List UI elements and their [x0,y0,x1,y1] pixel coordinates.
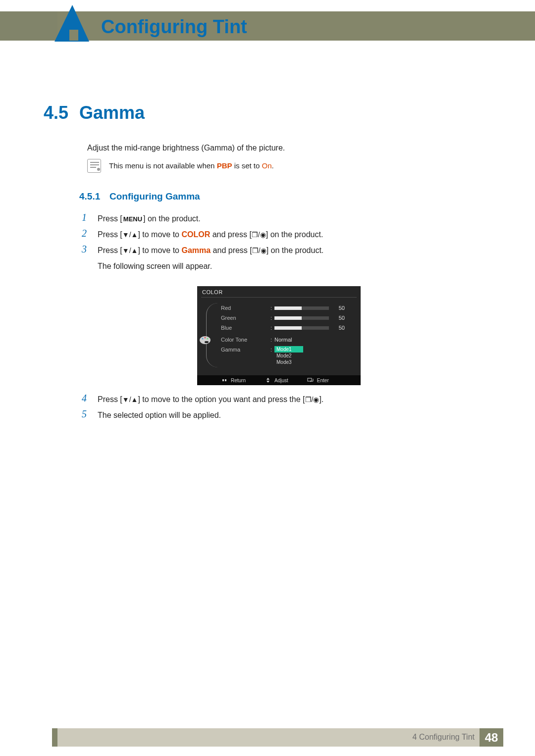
note-icon [87,159,101,173]
osd-row-colortone: Color Tone : Normal [221,336,357,344]
osd-rule [201,297,357,298]
step-3-followup: The following screen will appear. [98,261,212,272]
arrows-icon: ▼/▲ [122,231,138,239]
palette-icon [199,335,212,345]
osd-bar-green [274,316,329,320]
step-1-text: Press [MENU] on the product. [98,213,201,225]
osd-screenshot: COLOR Red : 50 Green : 50 Blue : 50 Colo… [197,286,361,385]
osd-colon: : [270,337,274,343]
keyword-gamma: Gamma [181,246,211,254]
step-4-c: ]. [319,395,323,403]
osd-value-colortone: Normal [274,337,292,343]
osd-value-blue: 50 [329,325,346,331]
footer-accent [52,728,57,747]
osd-bar-red-fill [274,306,302,310]
osd-mode2: Mode2 [274,353,303,359]
osd-foot-enter: Enter [307,378,329,383]
adjust-icon [265,378,271,383]
step-1-b: ] on the product. [143,214,201,223]
svg-point-3 [207,338,208,339]
osd-colon: : [270,315,274,321]
osd-bar-blue-fill [274,326,302,330]
osd-foot-return-label: Return [231,378,246,383]
svg-rect-6 [225,379,226,381]
note-on: On [262,161,272,170]
osd-label-green: Green [221,315,270,321]
step-3-d: ] on the product. [267,246,324,254]
page-title: Configuring Tint [101,16,247,38]
svg-marker-10 [310,381,311,382]
step-5-number: 5 [82,408,87,420]
osd-row-red: Red : 50 [221,304,357,312]
osd-label-blue: Blue [221,325,270,331]
osd-value-green: 50 [329,315,346,321]
osd-title: COLOR [202,289,223,295]
svg-point-1 [202,338,203,339]
subsection-number: 4.5.1 [79,191,100,202]
header-left-block [0,11,57,41]
svg-rect-4 [205,341,209,343]
enter-icon: ❐/◉ [252,247,267,254]
osd-mode1-selected: Mode1 [274,346,303,353]
note-mid: is set to [232,161,262,170]
note-post: . [272,161,274,170]
step-4-b: ] to move to the option you want and pre… [138,395,305,403]
note-pbp: PBP [217,161,232,170]
step-4-text: Press [▼/▲] to move to the option you wa… [98,394,323,405]
step-3-text: Press [▼/▲] to move to Gamma and press [… [98,245,323,256]
osd-foot-adjust-label: Adjust [274,378,288,383]
osd-foot-return: Return [221,378,246,383]
header-band: Configuring Tint [0,0,535,41]
step-5-text: The selected option will be applied. [98,410,221,421]
arrows-icon: ▼/▲ [122,396,138,403]
step-3-c: and press [ [211,246,252,254]
step-2-d: ] on the product. [266,230,323,239]
svg-marker-7 [267,378,269,380]
osd-footer: Return Adjust Enter [197,375,361,385]
svg-rect-5 [222,379,224,381]
enter-icon: ❐/◉ [252,231,266,239]
osd-colon: : [270,305,274,311]
section-title: Gamma [79,102,145,123]
note-pre: This menu is not available when [109,161,217,170]
footer-page-number: 48 [480,728,503,747]
osd-foot-adjust: Adjust [265,378,288,383]
step-3-b: ] to move to [138,246,181,254]
section-number: 4.5 [44,102,68,123]
step-1-a: Press [ [98,214,122,223]
step-2-a: Press [ [98,230,122,239]
svg-marker-8 [267,381,269,383]
svg-point-2 [204,337,206,338]
osd-bar-green-fill [274,316,302,320]
step-2-text: Press [▼/▲] to move to COLOR and press [… [98,229,323,240]
chapter-number-shape [54,5,89,42]
menu-button-label: MENU [122,214,143,225]
osd-bar-red [274,306,329,310]
footer-chapter: 4 Configuring Tint [413,733,475,742]
enter-icon: ❐/◉ [305,396,320,403]
step-3-number: 3 [82,244,87,255]
osd-row-green: Green : 50 [221,314,357,322]
enter-icon [307,378,314,383]
osd-colon: : [270,325,274,331]
osd-mode3: Mode3 [274,359,303,365]
note-text: This menu is not available when PBP is s… [109,161,274,170]
step-2-number: 2 [82,228,87,239]
osd-value-red: 50 [329,305,346,311]
step-1-number: 1 [82,212,87,223]
osd-label-gamma: Gamma [221,347,270,353]
osd-row-blue: Blue : 50 [221,324,357,332]
osd-colon: : [270,347,274,353]
osd-bar-blue [274,326,329,330]
osd-label-red: Red [221,305,270,311]
subsection-title: Configuring Gamma [109,191,200,202]
osd-gamma-modes: Mode1 Mode2 Mode3 [274,346,303,365]
osd-foot-enter-label: Enter [317,378,329,383]
step-4-number: 4 [82,393,87,404]
osd-label-colortone: Color Tone [221,337,270,343]
step-3-a: Press [ [98,246,122,254]
keyword-color: COLOR [181,230,210,239]
step-2-c: and press [ [210,230,252,239]
return-icon [221,378,228,383]
svg-rect-9 [308,378,312,381]
